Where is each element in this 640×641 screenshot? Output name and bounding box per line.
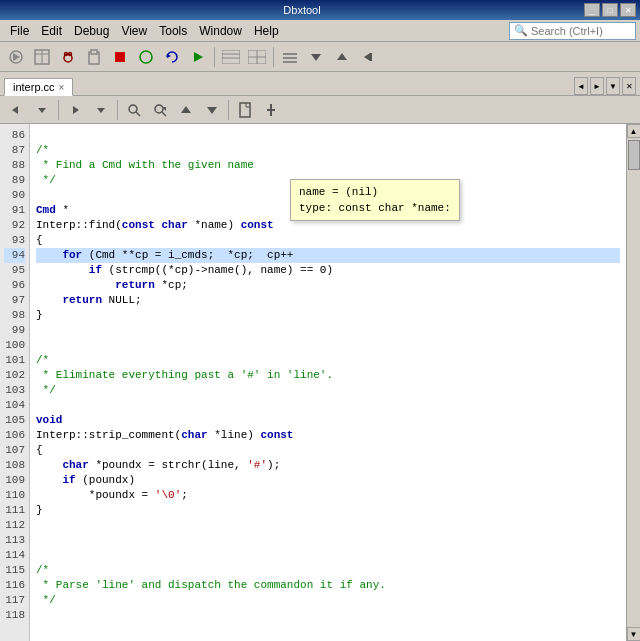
close-button[interactable]: ✕ bbox=[620, 3, 636, 17]
tooltip-line1: name = (nil) bbox=[299, 184, 451, 200]
menu-help[interactable]: Help bbox=[248, 22, 285, 40]
toolbar2-btn-search[interactable] bbox=[122, 98, 146, 122]
tab-nav-left[interactable]: ◄ bbox=[574, 77, 588, 95]
toolbar-btn-clipboard[interactable] bbox=[82, 45, 106, 69]
toolbar2-btn-next[interactable] bbox=[200, 98, 224, 122]
line-num: 100 bbox=[4, 338, 25, 353]
line-num: 90 bbox=[4, 188, 25, 203]
search-input[interactable] bbox=[531, 25, 631, 37]
scroll-up-button[interactable]: ▲ bbox=[627, 124, 641, 138]
tab-nav-right[interactable]: ► bbox=[590, 77, 604, 95]
toolbar2-btn-back[interactable] bbox=[4, 98, 28, 122]
toolbar-btn-breakpoints[interactable] bbox=[219, 45, 243, 69]
toolbar-btn-list[interactable] bbox=[245, 45, 269, 69]
toolbar2-btn-search2[interactable] bbox=[148, 98, 172, 122]
menu-view[interactable]: View bbox=[115, 22, 153, 40]
menu-edit[interactable]: Edit bbox=[35, 22, 68, 40]
minimize-button[interactable]: _ bbox=[584, 3, 600, 17]
line-num: 95 bbox=[4, 263, 25, 278]
svg-marker-29 bbox=[97, 108, 105, 113]
svg-marker-22 bbox=[311, 54, 321, 61]
svg-marker-36 bbox=[207, 107, 217, 114]
search-icon: 🔍 bbox=[514, 24, 528, 37]
menu-debug[interactable]: Debug bbox=[68, 22, 115, 40]
code-line-94: for (Cmd **cp = i_cmds; *cp; cp++ bbox=[36, 248, 620, 263]
tab-close-button[interactable]: × bbox=[59, 82, 65, 93]
toolbar-btn-back[interactable] bbox=[356, 45, 380, 69]
tab-nav-down[interactable]: ▼ bbox=[606, 77, 620, 95]
code-line-117: */ bbox=[36, 593, 620, 608]
code-line-101: /* bbox=[36, 353, 620, 368]
maximize-button[interactable]: □ bbox=[602, 3, 618, 17]
code-line-100 bbox=[36, 338, 620, 353]
svg-marker-26 bbox=[12, 106, 18, 114]
line-num: 93 bbox=[4, 233, 25, 248]
line-num: 92 bbox=[4, 218, 25, 233]
svg-rect-9 bbox=[115, 52, 125, 62]
toolbar2-btn-dropdown2[interactable] bbox=[89, 98, 113, 122]
line-num: 87 bbox=[4, 143, 25, 158]
tab-interp-cc[interactable]: interp.cc × bbox=[4, 78, 73, 96]
toolbar-btn-circle[interactable] bbox=[134, 45, 158, 69]
window-controls: _ □ ✕ bbox=[584, 3, 636, 17]
menu-tools[interactable]: Tools bbox=[153, 22, 193, 40]
line-num: 116 bbox=[4, 578, 25, 593]
code-line-113 bbox=[36, 533, 620, 548]
toolbar-btn-refresh[interactable] bbox=[160, 45, 184, 69]
code-area: 86 87 88 89 90 91 92 93 94 95 96 97 98 9… bbox=[0, 124, 640, 641]
toolbar-btn-run[interactable] bbox=[4, 45, 28, 69]
tab-navigation: ◄ ► ▼ ✕ bbox=[574, 77, 636, 95]
code-line-118 bbox=[36, 608, 620, 623]
scroll-down-button[interactable]: ▼ bbox=[627, 627, 641, 641]
line-num: 112 bbox=[4, 518, 25, 533]
line-num: 117 bbox=[4, 593, 25, 608]
title-bar: Dbxtool _ □ ✕ bbox=[0, 0, 640, 20]
toolbar2-btn-dropdown[interactable] bbox=[30, 98, 54, 122]
toolbar-btn-play[interactable] bbox=[186, 45, 210, 69]
svg-line-31 bbox=[136, 112, 140, 116]
tab-bar: interp.cc × ◄ ► ▼ ✕ bbox=[0, 72, 640, 96]
toolbar2-btn-fwd[interactable] bbox=[63, 98, 87, 122]
toolbar-btn-up2[interactable] bbox=[330, 45, 354, 69]
toolbar2-sep2 bbox=[117, 100, 118, 120]
code-line-97: return NULL; bbox=[36, 293, 620, 308]
code-line-95: if (strcmp((*cp)->name(), name) == 0) bbox=[36, 263, 620, 278]
scrollbar: ▲ ▼ bbox=[626, 124, 640, 641]
line-num: 99 bbox=[4, 323, 25, 338]
line-num: 113 bbox=[4, 533, 25, 548]
toolbar-btn-stop[interactable] bbox=[108, 45, 132, 69]
toolbar2-btn-file[interactable] bbox=[233, 98, 257, 122]
toolbar-btn-settings[interactable] bbox=[278, 45, 302, 69]
toolbar2-btn-prev[interactable] bbox=[174, 98, 198, 122]
menu-window[interactable]: Window bbox=[193, 22, 248, 40]
svg-line-33 bbox=[162, 112, 166, 116]
line-num: 118 bbox=[4, 608, 25, 623]
svg-marker-23 bbox=[337, 53, 347, 60]
toolbar-btn-down[interactable] bbox=[304, 45, 328, 69]
code-line-108: char *poundx = strchr(line, '#'); bbox=[36, 458, 620, 473]
scroll-thumb[interactable] bbox=[628, 140, 640, 170]
line-num: 110 bbox=[4, 488, 25, 503]
svg-marker-35 bbox=[181, 106, 191, 113]
svg-point-10 bbox=[140, 51, 152, 63]
code-line-104 bbox=[36, 398, 620, 413]
code-line-99 bbox=[36, 323, 620, 338]
toolbar2-btn-pin[interactable] bbox=[259, 98, 283, 122]
tab-nav-close[interactable]: ✕ bbox=[622, 77, 636, 95]
code-line-105: void bbox=[36, 413, 620, 428]
toolbar-btn-table[interactable] bbox=[30, 45, 54, 69]
code-content[interactable]: /* * Find a Cmd with the given name */ C… bbox=[30, 124, 626, 641]
code-line-88: * Find a Cmd with the given name bbox=[36, 158, 620, 173]
toolbar bbox=[0, 42, 640, 72]
line-num: 109 bbox=[4, 473, 25, 488]
code-line-114 bbox=[36, 548, 620, 563]
search-bar[interactable]: 🔍 bbox=[509, 22, 636, 40]
svg-rect-13 bbox=[222, 50, 240, 64]
menu-file[interactable]: File bbox=[4, 22, 35, 40]
svg-point-30 bbox=[129, 105, 137, 113]
toolbar-btn-bug[interactable] bbox=[56, 45, 80, 69]
line-num: 98 bbox=[4, 308, 25, 323]
code-line-115: /* bbox=[36, 563, 620, 578]
line-num: 88 bbox=[4, 158, 25, 173]
code-line-110: *poundx = '\0'; bbox=[36, 488, 620, 503]
